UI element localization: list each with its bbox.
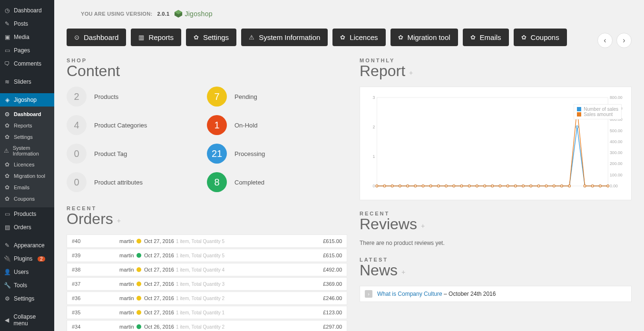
svg-point-70 [553, 185, 555, 187]
report-prev-button[interactable]: ‹ [597, 33, 613, 48]
menu-icon: 👤 [4, 269, 10, 275]
tab-system-information[interactable]: ⚠System Information [241, 29, 328, 46]
report-expand-icon[interactable]: + [409, 69, 413, 77]
tab-label: Licences [350, 33, 378, 41]
tab-reports[interactable]: ▥Reports [131, 29, 181, 46]
tab-emails[interactable]: ✿Emails [463, 29, 509, 46]
counter-value: 1 [207, 115, 227, 135]
report-next-button[interactable]: › [616, 33, 632, 48]
menu-label: Appearance [14, 242, 45, 249]
submenu-item-coupons[interactable]: ✿Coupons [0, 193, 54, 204]
svg-point-66 [522, 185, 524, 187]
tab-licences[interactable]: ✿Licences [332, 29, 385, 46]
news-title: News [360, 262, 398, 279]
submenu-item-licences[interactable]: ✿Licences [0, 159, 54, 170]
submenu-item-system-information[interactable]: ⚠System Information [0, 143, 54, 159]
counter-on-hold[interactable]: 1On-Hold [207, 115, 347, 135]
sidebar-item-pages[interactable]: ▭Pages [0, 44, 54, 57]
svg-point-77 [607, 185, 609, 187]
svg-text:300.00: 300.00 [610, 150, 623, 155]
counter-value: 8 [207, 172, 227, 192]
news-item[interactable]: › What is Company Culture – October 24th… [360, 286, 632, 302]
order-meta: 1 item, Total Quantity 2 [176, 296, 224, 301]
order-row[interactable]: #39martinOct 27, 20161 item, Total Quant… [67, 249, 347, 262]
order-date: Oct 27, 2016 [144, 267, 174, 273]
counter-label: Processing [234, 150, 265, 157]
tab-coupons[interactable]: ✿Coupons [514, 29, 567, 46]
order-meta: 1 item, Total Quantity 1 [176, 310, 224, 315]
submenu-item-settings[interactable]: ✿Settings [0, 131, 54, 143]
order-date: Oct 27, 2016 [144, 253, 174, 258]
orders-expand-icon[interactable]: + [117, 217, 121, 224]
sidebar-item-tools[interactable]: 🔧Tools [0, 279, 54, 292]
order-row[interactable]: #37martinOct 27, 20161 item, Total Quant… [67, 277, 347, 291]
sidebar-item-sliders[interactable]: ≋Sliders [0, 75, 54, 88]
sidebar-item-users[interactable]: 👤Users [0, 265, 54, 279]
svg-point-57 [453, 185, 455, 187]
menu-icon: ✿ [4, 195, 10, 202]
submenu-item-emails[interactable]: ✿Emails [0, 182, 54, 193]
svg-point-74 [584, 185, 585, 187]
menu-icon: ≋ [4, 78, 10, 85]
news-link[interactable]: What is Company Culture [377, 291, 442, 297]
sidebar-item-orders[interactable]: ▤Orders [0, 221, 54, 234]
menu-icon: ✿ [4, 122, 10, 129]
counter-processing[interactable]: 21Processing [207, 144, 347, 164]
tab-label: Dashboard [84, 33, 118, 41]
svg-point-56 [445, 185, 447, 187]
order-meta: 1 item, Total Quantity 3 [176, 282, 224, 287]
counter-pending[interactable]: 7Pending [207, 87, 347, 107]
sidebar-item-products[interactable]: ▭Products [0, 207, 54, 221]
tab-migration-tool[interactable]: ✿Migration tool [390, 29, 458, 46]
order-row[interactable]: #34martinOct 26, 20161 item, Total Quant… [67, 320, 347, 331]
sidebar-item-media[interactable]: ▣Media [0, 30, 54, 44]
counter-value: 7 [207, 87, 227, 107]
sidebar-item-appearance[interactable]: ✎Appearance [0, 239, 54, 252]
reviews-section: RECENT Reviews+ There are no product rev… [360, 211, 632, 246]
sidebar-item-plugins[interactable]: 🔌Plugins2 [0, 252, 54, 265]
counter-completed[interactable]: 8Completed [207, 172, 347, 192]
content-section: SHOP Content 2Products7Pending4Product C… [67, 58, 347, 192]
sidebar-item-jigoshop[interactable]: ◈Jigoshop [0, 93, 54, 107]
legend-label-0: Number of sales [584, 107, 618, 112]
news-expand-icon[interactable]: + [401, 268, 405, 276]
svg-point-42 [576, 126, 578, 128]
svg-point-62 [491, 185, 493, 187]
order-amount: £369.00 [323, 281, 342, 287]
menu-icon: ◈ [4, 97, 10, 103]
menu-label: Posts [14, 20, 28, 27]
version-banner: YOU ARE USING VERSION: 2.0.1 Jigoshop [81, 10, 632, 18]
sidebar-item-posts[interactable]: ✎Posts [0, 17, 54, 30]
reviews-expand-icon[interactable]: + [421, 222, 425, 230]
menu-label: Sliders [14, 78, 31, 85]
sidebar-item-comments[interactable]: 🗨Comments [0, 57, 54, 70]
counter-value: 21 [207, 144, 227, 164]
order-date: Oct 27, 2016 [144, 295, 174, 301]
tab-label: Emails [480, 33, 501, 41]
sidebar-item-collapse-menu[interactable]: ◀Collapse menu [0, 310, 54, 330]
news-arrow-icon: › [365, 290, 372, 298]
counter-product-tag[interactable]: 0Product Tag [67, 144, 207, 164]
sidebar-item-dashboard[interactable]: ◷Dashboard [0, 4, 54, 17]
tab-icon: ✿ [194, 34, 199, 41]
tab-dashboard[interactable]: ⊙Dashboard [67, 29, 126, 46]
menu-label: Tools [14, 282, 27, 289]
order-row[interactable]: #38martinOct 27, 20161 item, Total Quant… [67, 263, 347, 276]
counter-label: Completed [234, 179, 264, 186]
version-prefix: YOU ARE USING VERSION: [81, 11, 152, 17]
svg-point-55 [438, 185, 439, 187]
sidebar-item-settings[interactable]: ⚙Settings [0, 292, 54, 305]
counter-value: 2 [67, 87, 87, 107]
submenu-item-dashboard[interactable]: ⊙Dashboard [0, 108, 54, 120]
counter-products[interactable]: 2Products [67, 87, 207, 107]
order-date: Oct 27, 2016 [144, 281, 174, 287]
order-row[interactable]: #40martinOct 27, 20161 item, Total Quant… [67, 234, 347, 248]
counter-product-categories[interactable]: 4Product Categories [67, 115, 207, 135]
tab-settings[interactable]: ✿Settings [186, 29, 236, 46]
submenu-item-migration-tool[interactable]: ✿Migration tool [0, 170, 54, 182]
counter-product-attributes[interactable]: 0Product attributes [67, 172, 207, 192]
order-id: #37 [72, 281, 119, 287]
submenu-item-reports[interactable]: ✿Reports [0, 120, 54, 131]
order-row[interactable]: #35martinOct 27, 20161 item, Total Quant… [67, 306, 347, 319]
order-row[interactable]: #36martinOct 27, 20161 item, Total Quant… [67, 292, 347, 305]
